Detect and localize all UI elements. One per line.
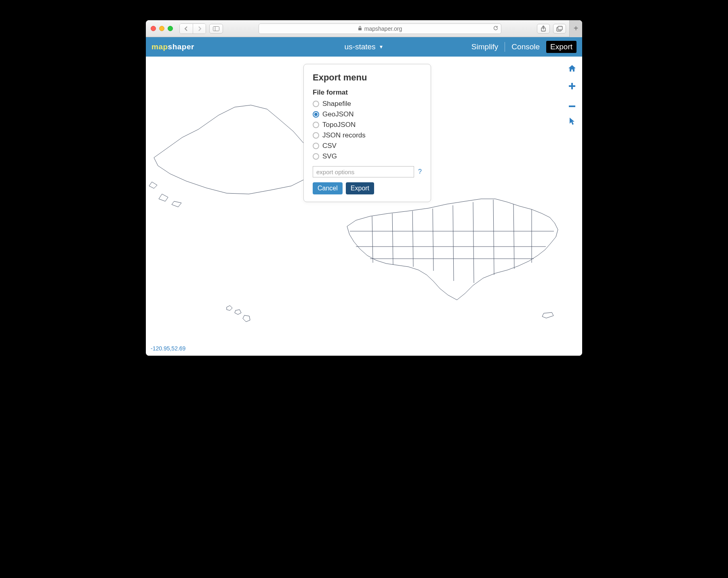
format-option-svg[interactable]: SVG <box>313 152 422 160</box>
export-options-row: ? <box>313 166 422 177</box>
radio-icon <box>313 132 319 139</box>
home-icon[interactable] <box>568 64 577 74</box>
svg-rect-8 <box>569 105 575 107</box>
traffic-lights <box>151 26 173 31</box>
app-header: mapshaper us-states ▼ Simplify Console E… <box>146 37 582 57</box>
forward-button[interactable] <box>193 24 206 34</box>
radio-icon <box>313 101 319 107</box>
reload-icon[interactable] <box>493 25 499 32</box>
map-tools <box>568 64 577 128</box>
browser-window: mapshaper.org + mapshaper us-states ▼ Si… <box>146 20 582 356</box>
cursor-coords: -120.95,52.69 <box>151 345 185 352</box>
export-modal: Export menu File format Shapefile GeoJSO… <box>303 64 431 202</box>
zoom-in-icon[interactable] <box>568 82 577 92</box>
format-label: GeoJSON <box>322 110 353 118</box>
radio-icon <box>313 143 319 149</box>
pointer-icon[interactable] <box>568 117 577 128</box>
svg-rect-0 <box>213 26 219 31</box>
logo-shaper: shaper <box>168 42 194 51</box>
tabs-button[interactable] <box>553 24 566 34</box>
zoom-out-icon[interactable] <box>568 99 577 110</box>
layer-selector[interactable]: us-states ▼ <box>345 42 384 51</box>
layer-name-text: us-states <box>345 42 376 51</box>
format-radio-list: Shapefile GeoJSON TopoJSON JSON records … <box>313 100 422 160</box>
svg-rect-2 <box>358 28 362 30</box>
console-link[interactable]: Console <box>511 42 540 51</box>
format-option-csv[interactable]: CSV <box>313 142 422 150</box>
svg-rect-5 <box>558 26 562 30</box>
help-icon[interactable]: ? <box>418 168 422 175</box>
back-button[interactable] <box>180 24 193 34</box>
format-option-topojson[interactable]: TopoJSON <box>313 121 422 129</box>
simplify-link[interactable]: Simplify <box>471 42 499 51</box>
maximize-window-button[interactable] <box>168 26 173 31</box>
format-label: Shapefile <box>322 100 351 108</box>
share-button[interactable] <box>537 24 550 34</box>
url-text: mapshaper.org <box>364 25 402 32</box>
sidebar-toggle-button[interactable] <box>209 24 223 34</box>
format-option-geojson[interactable]: GeoJSON <box>313 110 422 118</box>
new-tab-button[interactable]: + <box>569 20 582 37</box>
format-option-shapefile[interactable]: Shapefile <box>313 100 422 108</box>
export-confirm-button[interactable]: Export <box>346 182 374 194</box>
titlebar: mapshaper.org + <box>146 20 582 37</box>
divider <box>505 42 505 52</box>
format-label: CSV <box>322 142 337 150</box>
format-label: JSON records <box>322 131 366 139</box>
app-logo: mapshaper <box>151 42 194 51</box>
address-bar[interactable]: mapshaper.org <box>259 23 501 34</box>
cancel-button[interactable]: Cancel <box>313 182 343 194</box>
radio-icon <box>313 122 319 128</box>
nav-buttons <box>179 23 206 34</box>
format-option-json-records[interactable]: JSON records <box>313 131 422 139</box>
export-button[interactable]: Export <box>546 41 577 53</box>
titlebar-right: + <box>537 20 577 37</box>
modal-buttons: Cancel Export <box>313 182 422 194</box>
map-viewport[interactable]: Export menu File format Shapefile GeoJSO… <box>146 57 582 356</box>
logo-map: map <box>151 42 168 51</box>
format-label: SVG <box>322 152 337 160</box>
export-options-input[interactable] <box>313 166 414 177</box>
radio-icon <box>313 153 319 160</box>
file-format-label: File format <box>313 89 422 97</box>
chevron-down-icon: ▼ <box>379 44 384 50</box>
export-modal-title: Export menu <box>313 72 422 83</box>
header-actions: Simplify Console Export <box>471 41 577 53</box>
format-label: TopoJSON <box>322 121 356 129</box>
lock-icon <box>358 25 362 32</box>
minimize-window-button[interactable] <box>159 26 164 31</box>
svg-rect-7 <box>569 85 575 87</box>
radio-icon <box>313 111 319 118</box>
close-window-button[interactable] <box>151 26 156 31</box>
